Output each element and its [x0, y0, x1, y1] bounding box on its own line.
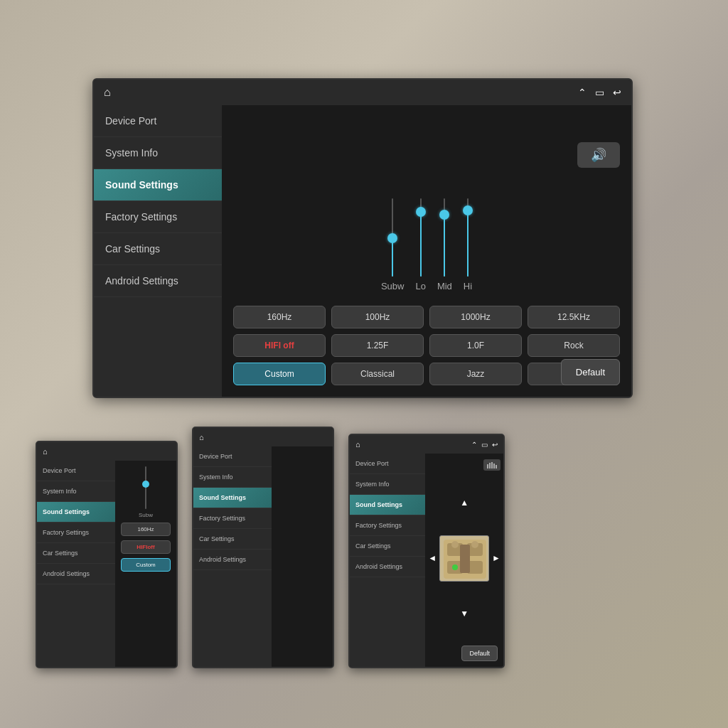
lo-slider-track[interactable] [420, 198, 422, 277]
eq-row-1: 160Hz 100Hz 1000Hz 12.5KHz [233, 306, 620, 328]
svg-point-11 [451, 541, 459, 548]
small-eq-subw: Subw [139, 466, 153, 518]
btn-custom[interactable]: Custom [233, 363, 326, 385]
ss2-car-settings[interactable]: Car Settings [193, 529, 272, 550]
status-bar: ⌂ ⌃ ▭ ↩ [94, 80, 631, 105]
mid-slider-track[interactable] [444, 198, 445, 277]
screen-content: Device Port System Info Sound Settings F… [94, 105, 631, 397]
svg-rect-0 [487, 464, 488, 469]
svg-rect-10 [460, 545, 470, 573]
ss2-android-settings[interactable]: Android Settings [193, 550, 272, 570]
btn-1000hz[interactable]: 1000Hz [429, 306, 522, 328]
small-empty-area [301, 553, 304, 560]
eq-channel-lo: Lo [415, 198, 425, 291]
btn-hifi-off[interactable]: HIFI off [233, 334, 326, 357]
ss1-system-info[interactable]: System Info [37, 481, 115, 502]
small-default-btn-3[interactable]: Default [461, 646, 498, 661]
ss3-system-info[interactable]: System Info [350, 474, 425, 495]
btn-160hz[interactable]: 160Hz [233, 306, 326, 328]
eq-row-2: HIFI off 1.25F 1.0F Rock [233, 334, 620, 357]
bottom-section: ⌂ Device Port System Info Sound Settings… [36, 419, 707, 704]
page-container: EQ Setting with Hifi effect ⌂ ⌃ ▭ ↩ Devi… [0, 0, 728, 728]
eq-icon-btn-3[interactable] [483, 459, 500, 471]
ss1-factory-settings[interactable]: Factory Settings [37, 523, 115, 543]
ss2-sound-settings[interactable]: Sound Settings [193, 488, 272, 508]
btn-jazz[interactable]: Jazz [429, 363, 522, 385]
subw-slider-track[interactable] [392, 198, 393, 277]
ss3-device-port[interactable]: Device Port [350, 454, 425, 474]
small-sidebar-1: Device Port System Info Sound Settings F… [37, 461, 115, 667]
eq-channel-mid: Mid [437, 198, 452, 291]
btn-125khz[interactable]: 12.5KHz [528, 306, 620, 328]
ss2-factory-settings[interactable]: Factory Settings [193, 508, 272, 529]
small-home-icon-2[interactable]: ⌂ [199, 433, 204, 441]
btn-classical[interactable]: Classical [331, 363, 424, 385]
small-status-bar-3: ⌂ ⌃ ▭ ↩ [350, 435, 503, 454]
svg-rect-4 [496, 465, 497, 469]
sidebar-item-factory-settings[interactable]: Factory Settings [94, 201, 222, 233]
ss3-sound-settings[interactable]: Sound Settings [350, 495, 425, 515]
eq-channel-subw: Subw [381, 198, 405, 291]
btn-125f[interactable]: 1.25F [331, 334, 424, 357]
sidebar-item-car-settings[interactable]: Car Settings [94, 233, 222, 265]
small-btn-hifi[interactable]: HIFIoff [121, 540, 171, 554]
svg-point-12 [471, 541, 478, 548]
small-screen-2: ⌂ Device Port System Info Sound Settings… [192, 427, 334, 668]
small-sidebar-2: Device Port System Info Sound Settings F… [193, 446, 272, 667]
main-screen: ⌂ ⌃ ▭ ↩ Device Port System Info Sound Se… [92, 78, 633, 398]
eq-sliders-section: Subw Lo [233, 117, 620, 291]
nav-arrow-down[interactable]: ▼ [460, 609, 469, 619]
back-icon[interactable]: ↩ [613, 87, 621, 98]
sidebar-item-sound-settings[interactable]: Sound Settings [94, 169, 222, 201]
default-button[interactable]: Default [561, 359, 620, 385]
ss2-system-info[interactable]: System Info [193, 467, 272, 488]
small-screen-content-3: Device Port System Info Sound Settings F… [350, 454, 503, 667]
sidebar-item-android-settings[interactable]: Android Settings [94, 265, 222, 297]
sound-icon-button[interactable]: 🔊 [577, 142, 620, 168]
btn-rock[interactable]: Rock [528, 334, 620, 357]
svg-point-13 [452, 564, 458, 570]
sound-wave-icon: 🔊 [591, 147, 606, 163]
btn-100hz[interactable]: 100Hz [331, 306, 424, 328]
nav-arrow-left[interactable]: ◄ [428, 553, 437, 563]
small-main-1: Subw 160Hz HIFIoff Custom [115, 461, 176, 667]
car-interior-image [439, 535, 489, 582]
small-window-icon-3[interactable]: ▭ [481, 441, 488, 449]
small-home-icon-1[interactable]: ⌂ [43, 447, 48, 456]
small-screen-content-1: Device Port System Info Sound Settings F… [37, 461, 176, 667]
small-btn-custom[interactable]: Custom [121, 558, 171, 572]
small-home-icon-3[interactable]: ⌂ [355, 440, 360, 449]
subw-label: Subw [381, 281, 405, 291]
home-icon[interactable]: ⌂ [104, 86, 111, 99]
hi-label: Hi [464, 281, 472, 291]
small-btn-160hz[interactable]: 160Hz [121, 523, 171, 536]
small-subw-track[interactable] [145, 466, 146, 509]
sidebar-item-device-port[interactable]: Device Port [94, 105, 222, 137]
sidebar-item-system-info[interactable]: System Info [94, 137, 222, 169]
ss3-android-settings[interactable]: Android Settings [350, 557, 425, 577]
small-status-bar-2: ⌂ [193, 428, 333, 446]
svg-rect-3 [493, 464, 495, 469]
small-back-icon-3[interactable]: ↩ [492, 441, 498, 449]
nav-arrow-up[interactable]: ▲ [460, 498, 469, 508]
ss3-factory-settings[interactable]: Factory Settings [350, 515, 425, 536]
up-icon[interactable]: ⌃ [578, 87, 587, 98]
eq-channel-hi: Hi [464, 198, 472, 291]
mid-label: Mid [437, 281, 452, 291]
small-main-2 [272, 446, 333, 667]
sidebar: Device Port System Info Sound Settings F… [94, 105, 222, 397]
ss2-device-port[interactable]: Device Port [193, 446, 272, 467]
small-right-icons-3: ⌃ ▭ ↩ [471, 441, 498, 449]
ss1-device-port[interactable]: Device Port [37, 461, 115, 481]
small-screen-content-2: Device Port System Info Sound Settings F… [193, 446, 333, 667]
btn-10f[interactable]: 1.0F [429, 334, 522, 357]
small-screen-1: ⌂ Device Port System Info Sound Settings… [36, 441, 178, 668]
hi-slider-track[interactable] [467, 198, 469, 277]
ss1-android-settings[interactable]: Android Settings [37, 564, 115, 584]
ss1-sound-settings[interactable]: Sound Settings [37, 502, 115, 523]
ss1-car-settings[interactable]: Car Settings [37, 543, 115, 564]
small-up-icon-3[interactable]: ⌃ [471, 441, 477, 449]
nav-arrow-right[interactable]: ► [492, 553, 500, 563]
window-icon[interactable]: ▭ [595, 87, 604, 98]
ss3-car-settings[interactable]: Car Settings [350, 536, 425, 557]
